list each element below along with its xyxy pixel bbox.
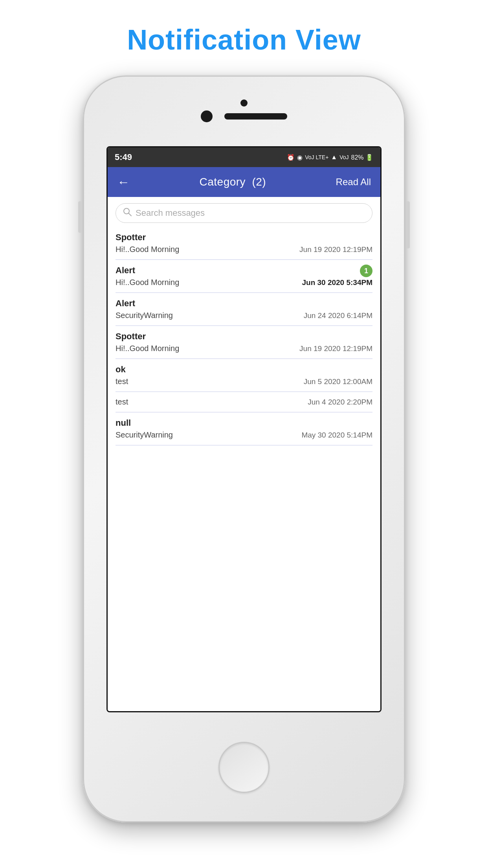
status-icon-signal2: ▲ [331,154,337,161]
notification-badge: 1 [360,265,372,277]
notification-category: null [116,418,372,428]
status-icon-lte2: VoJ [339,154,349,160]
header-count: (2) [252,176,266,188]
notification-row: SecurityWarning Jun 24 2020 6:14PM [116,311,372,320]
notification-category: Alert [116,298,372,309]
notification-message: test [116,377,128,386]
notification-item[interactable]: ok test Jun 5 2020 12:00AM [116,359,372,392]
notification-message: SecurityWarning [116,311,173,320]
status-bar: 5:49 ⏰ ◉ VoJ LTE+ ▲ VoJ 82% 🔋 [108,147,380,167]
notification-timestamp: Jun 19 2020 12:19PM [299,344,372,353]
status-icon-battery: 82% 🔋 [351,154,373,161]
svg-line-1 [129,213,132,216]
status-icon-location: ◉ [297,154,303,161]
camera-dot-icon [240,99,248,107]
notification-list: Spotter Hi!..Good Morning Jun 19 2020 12… [108,227,380,711]
notification-item[interactable]: test Jun 4 2020 2:20PM [116,392,372,412]
phone-shell: 5:49 ⏰ ◉ VoJ LTE+ ▲ VoJ 82% 🔋 ← Category… [83,75,405,822]
notification-timestamp: Jun 4 2020 2:20PM [308,398,372,406]
notification-item[interactable]: null SecurityWarning May 30 2020 5:14PM [116,412,372,445]
notification-row: Hi!..Good Morning Jun 19 2020 12:19PM [116,344,372,353]
notification-row: Hi!..Good Morning Jun 19 2020 12:19PM [116,245,372,254]
notification-category: ok [116,364,372,375]
notification-row: SecurityWarning May 30 2020 5:14PM [116,430,372,440]
page-wrapper: Notification View 5:49 ⏰ ◉ VoJ LTE+ ▲ Vo… [0,0,488,868]
notification-message: test [116,397,128,406]
page-title: Notification View [127,24,361,56]
status-time: 5:49 [115,152,132,162]
status-icons: ⏰ ◉ VoJ LTE+ ▲ VoJ 82% 🔋 [287,154,373,161]
header-title: Category (2) [199,176,266,188]
home-button[interactable] [218,742,270,793]
notification-item[interactable]: Alert Hi!..Good Morning Jun 30 2020 5:34… [116,260,372,293]
notification-timestamp: May 30 2020 5:14PM [301,431,372,440]
notification-item[interactable]: Alert SecurityWarning Jun 24 2020 6:14PM [116,293,372,326]
notification-timestamp: Jun 19 2020 12:19PM [299,245,372,254]
phone-top-row [201,110,287,122]
search-input[interactable]: Search messages [136,208,205,218]
front-camera-icon [201,110,213,122]
notification-message: Hi!..Good Morning [116,245,179,254]
header-title-text: Category [199,176,246,188]
notification-message: Hi!..Good Morning [116,278,179,287]
search-icon [123,208,132,219]
notification-timestamp: Jun 5 2020 12:00AM [304,377,372,386]
notification-category: Spotter [116,331,372,342]
phone-screen: 5:49 ⏰ ◉ VoJ LTE+ ▲ VoJ 82% 🔋 ← Category… [106,146,382,712]
notification-item[interactable]: Spotter Hi!..Good Morning Jun 19 2020 12… [116,326,372,359]
phone-bottom [218,712,270,822]
status-icon-signal1: VoJ LTE+ [305,154,328,160]
back-button[interactable]: ← [117,175,130,189]
notification-timestamp: Jun 30 2020 5:34PM [302,278,372,287]
notification-row: test Jun 5 2020 12:00AM [116,377,372,386]
speaker-icon [224,113,287,120]
read-all-button[interactable]: Read All [336,177,371,188]
app-header: ← Category (2) Read All [108,167,380,197]
notification-item[interactable]: Spotter Hi!..Good Morning Jun 19 2020 12… [116,227,372,260]
notification-row: Hi!..Good Morning Jun 30 2020 5:34PM [116,278,372,287]
notification-timestamp: Jun 24 2020 6:14PM [304,311,372,320]
phone-top [83,75,405,146]
search-bar[interactable]: Search messages [116,203,372,223]
notification-message: Hi!..Good Morning [116,344,179,353]
notification-category: Alert [116,265,372,276]
notification-row: test Jun 4 2020 2:20PM [116,397,372,406]
notification-category: Spotter [116,232,372,243]
notification-message: SecurityWarning [116,430,173,440]
search-container: Search messages [108,197,380,227]
status-icon-alarm: ⏰ [287,154,295,161]
screen-content: Search messages Spotter Hi!..Good Mornin… [108,197,380,711]
